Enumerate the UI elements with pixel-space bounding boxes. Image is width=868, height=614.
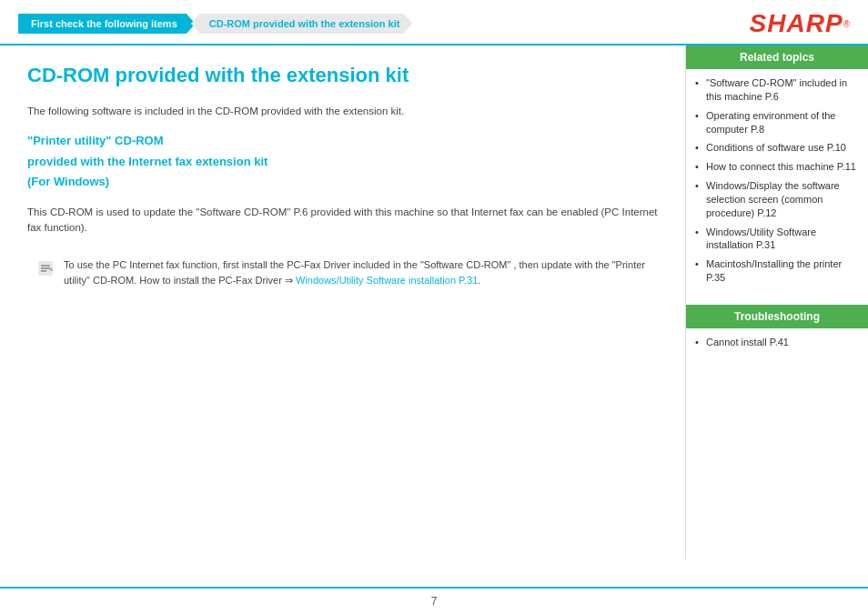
logo: SHARP® bbox=[750, 9, 850, 38]
note-icon bbox=[36, 259, 55, 277]
list-item[interactable]: Conditions of software use P.10 bbox=[695, 141, 863, 155]
note-link[interactable]: Windows/Utility Software installation P.… bbox=[296, 275, 478, 286]
intro-text: The following software is included in th… bbox=[27, 106, 658, 116]
note-suffix: . bbox=[478, 275, 480, 286]
list-item[interactable]: Macintosh/Installing the printer P.35 bbox=[695, 257, 863, 285]
breadcrumb-second: CD-ROM provided with the extension kit bbox=[191, 14, 413, 34]
note-box: To use the PC Internet fax function, fir… bbox=[27, 250, 658, 295]
troubleshooting-header: Troubleshooting bbox=[686, 305, 868, 328]
troubleshooting-section: Troubleshooting Cannot install P.41 bbox=[686, 305, 868, 362]
section-heading-1: "Printer utility" CD-ROM bbox=[27, 133, 658, 149]
list-item[interactable]: Windows/Utility Software installation P.… bbox=[695, 226, 863, 253]
list-item[interactable]: "Software CD-ROM" included in this machi… bbox=[695, 76, 863, 104]
list-item[interactable]: How to connect this machine P.11 bbox=[695, 160, 863, 174]
list-item[interactable]: Operating environment of the computer P.… bbox=[695, 109, 863, 136]
sharp-logo-text: SHARP bbox=[750, 9, 843, 38]
troubleshooting-list: Cannot install P.41 bbox=[686, 328, 868, 362]
sidebar: Related topics "Software CD-ROM" include… bbox=[686, 45, 868, 559]
main-content: CD-ROM provided with the extension kit T… bbox=[0, 45, 686, 559]
list-item[interactable]: Windows/Display the software selection s… bbox=[695, 179, 863, 220]
footer: 7 bbox=[0, 587, 868, 614]
body-text: This CD-ROM is used to update the "Softw… bbox=[27, 205, 658, 237]
page-number: 7 bbox=[431, 595, 438, 608]
list-item[interactable]: Cannot install P.41 bbox=[695, 336, 863, 349]
breadcrumb-first[interactable]: First check the following items bbox=[18, 14, 196, 34]
related-topics-header: Related topics bbox=[686, 45, 868, 69]
section-heading-3: (For Windows) bbox=[27, 174, 658, 190]
related-topics-list: "Software CD-ROM" included in this machi… bbox=[686, 69, 868, 297]
note-content: To use the PC Internet fax function, fir… bbox=[64, 257, 649, 287]
page-title: CD-ROM provided with the extension kit bbox=[27, 64, 658, 87]
related-topics-section: Related topics "Software CD-ROM" include… bbox=[686, 45, 868, 297]
logo-registered: ® bbox=[843, 19, 850, 29]
section-heading-2: provided with the Internet fax extension… bbox=[27, 154, 658, 170]
